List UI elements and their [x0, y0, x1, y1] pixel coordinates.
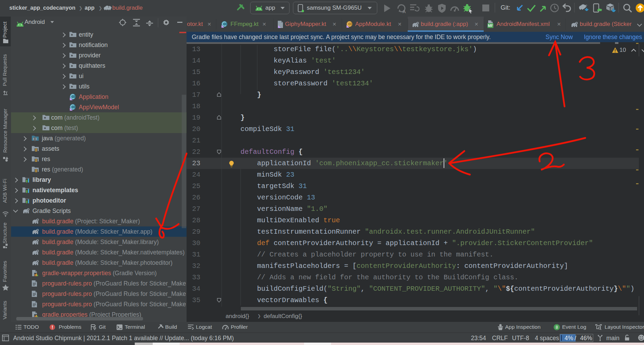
svg-text:A: A [402, 9, 406, 13]
svg-text:8: 8 [556, 325, 558, 330]
svg-text:MF: MF [488, 24, 493, 28]
